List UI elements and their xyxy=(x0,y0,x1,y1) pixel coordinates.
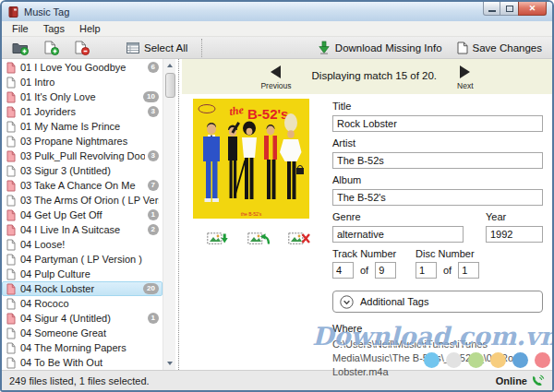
list-item[interactable]: 03 Sigur 3 (Untitled) xyxy=(2,163,163,178)
file-name: 04 Partyman ( LP Version ) xyxy=(20,254,159,265)
minimize-button[interactable] xyxy=(483,2,500,16)
file-path: C:\Users\Neil\Music\iTunes\iTunes Media\… xyxy=(332,338,543,379)
list-item[interactable]: 04 Someone Great xyxy=(2,326,163,340)
chevron-down-icon xyxy=(340,295,354,309)
list-item[interactable]: 01 Joyriders3 xyxy=(2,104,163,119)
album-bottom-caption: the B-52's xyxy=(241,211,262,217)
album-art-buttons xyxy=(207,231,322,246)
file-name: 03 Sigur 3 (Untitled) xyxy=(20,165,159,176)
title-bar: Music Tag ✕ xyxy=(2,2,552,21)
file-icon xyxy=(6,224,16,236)
tag-form: Title Artist Album Genre xyxy=(332,99,543,379)
file-icon xyxy=(6,327,16,339)
add-folder-button[interactable] xyxy=(9,39,31,57)
genre-input[interactable] xyxy=(332,226,464,243)
file-name: 04 Get Up Get Off xyxy=(20,209,145,220)
track-number-input[interactable] xyxy=(332,262,354,279)
select-all-button[interactable]: Select All xyxy=(124,41,190,55)
list-item[interactable]: 04 Rock Lobster20 xyxy=(2,281,163,296)
file-icon xyxy=(6,121,16,133)
list-item[interactable]: 01 I Love You Goodbye6 xyxy=(2,60,163,75)
file-icon xyxy=(6,77,16,89)
file-badge: 1 xyxy=(148,209,159,220)
remove-file-icon xyxy=(74,41,90,55)
title-input[interactable] xyxy=(332,115,543,132)
list-item[interactable]: 01 It's Only Love10 xyxy=(2,89,163,104)
list-item[interactable]: 04 Sigur 4 (Untitled)1 xyxy=(2,311,163,326)
remove-art-button[interactable] xyxy=(288,231,310,246)
status-files-text: 249 files listed, 1 files selected. xyxy=(9,375,150,386)
select-all-icon xyxy=(126,42,139,53)
previous-button[interactable]: Previous xyxy=(260,65,291,94)
list-item[interactable]: 04 Rococo xyxy=(2,296,163,311)
list-item[interactable]: 03 Take A Chance On Me7 xyxy=(2,178,163,193)
list-item[interactable]: 03 Pulk_Pull Revolving Doors3 xyxy=(2,148,163,163)
save-changes-button[interactable]: Save Changes xyxy=(454,40,545,56)
menu-help[interactable]: Help xyxy=(72,22,108,35)
list-item[interactable]: 04 To Be With Out xyxy=(2,355,163,370)
maximize-button[interactable] xyxy=(500,2,518,16)
file-name: 03 Take A Chance On Me xyxy=(20,180,145,191)
scroll-up-button[interactable] xyxy=(163,59,175,72)
panel-splitter[interactable] xyxy=(175,59,182,370)
file-name: 01 I Love You Goodbye xyxy=(20,62,145,73)
list-item[interactable]: 04 Partyman ( LP Version ) xyxy=(2,252,163,267)
add-file-icon xyxy=(43,41,59,55)
disc-total-input[interactable] xyxy=(458,262,479,279)
year-input[interactable] xyxy=(486,226,543,243)
file-name: 04 Loose! xyxy=(20,239,159,250)
close-button[interactable]: ✕ xyxy=(518,2,547,16)
scroll-down-button[interactable] xyxy=(163,357,175,370)
tag-editor-panel: Previous Displaying match 15 of 20. Next… xyxy=(182,59,552,370)
file-icon xyxy=(6,283,16,295)
remove-file-button[interactable] xyxy=(71,39,92,57)
list-item[interactable]: 04 Get Up Get Off1 xyxy=(2,208,163,222)
app-icon xyxy=(7,6,19,18)
list-item[interactable]: 01 Intro xyxy=(2,75,163,89)
file-name: 04 Pulp Culture xyxy=(20,268,159,279)
file-icon xyxy=(6,298,16,310)
album-art: the B-52's xyxy=(193,99,309,219)
file-badge: 2 xyxy=(148,224,159,235)
load-art-button[interactable] xyxy=(247,231,270,246)
app-window: Music Tag ✕ File Tags Help xyxy=(0,0,554,392)
where-label: Where xyxy=(332,323,543,334)
download-art-button[interactable] xyxy=(207,231,229,246)
file-name: 03 The Arms Of Orion ( LP Version ) xyxy=(20,195,159,206)
file-icon xyxy=(6,268,16,280)
list-item[interactable]: 04 Loose! xyxy=(2,237,163,252)
list-item[interactable]: 01 My Name Is Prince xyxy=(2,119,163,134)
album-label: Album xyxy=(332,174,543,185)
list-item[interactable]: 03 The Arms Of Orion ( LP Version ) xyxy=(2,193,163,208)
download-missing-info-button[interactable]: Download Missing Info xyxy=(315,39,445,56)
list-item[interactable]: 03 Propane Nightmares xyxy=(2,134,163,148)
file-list-scrollbar[interactable] xyxy=(163,59,175,370)
file-name: 03 Propane Nightmares xyxy=(20,136,159,147)
file-badge: 1 xyxy=(148,313,159,324)
additional-tags-expander[interactable]: Additional Tags xyxy=(332,291,543,313)
menu-tags[interactable]: Tags xyxy=(36,22,72,35)
add-file-button[interactable] xyxy=(41,39,62,57)
file-icon xyxy=(6,136,16,148)
file-name: 04 I Live In A Suitcase xyxy=(20,224,145,235)
list-item[interactable]: 04 The Morning Papers xyxy=(2,340,163,355)
match-status: Displaying match 15 of 20. xyxy=(312,70,438,94)
album-title-the: the xyxy=(228,103,245,118)
additional-tags-label: Additional Tags xyxy=(360,296,428,307)
artist-input[interactable] xyxy=(332,152,543,169)
select-all-label: Select All xyxy=(144,42,187,53)
save-changes-label: Save Changes xyxy=(473,42,542,53)
list-item[interactable]: 04 I Live In A Suitcase2 xyxy=(2,222,163,237)
disc-number-input[interactable] xyxy=(416,262,437,279)
menu-file[interactable]: File xyxy=(5,22,36,35)
album-input[interactable] xyxy=(332,189,543,206)
previous-arrow-icon xyxy=(271,65,281,78)
toolbar-separator xyxy=(201,39,202,57)
scrollbar-thumb[interactable] xyxy=(165,73,175,98)
file-list: 01 I Love You Goodbye601 Intro01 It's On… xyxy=(2,59,163,370)
next-button[interactable]: Next xyxy=(457,65,473,94)
track-total-input[interactable] xyxy=(375,262,396,279)
match-nav-bar: Previous Displaying match 15 of 20. Next xyxy=(182,59,552,94)
file-icon xyxy=(6,209,16,221)
list-item[interactable]: 04 Pulp Culture xyxy=(2,267,163,281)
